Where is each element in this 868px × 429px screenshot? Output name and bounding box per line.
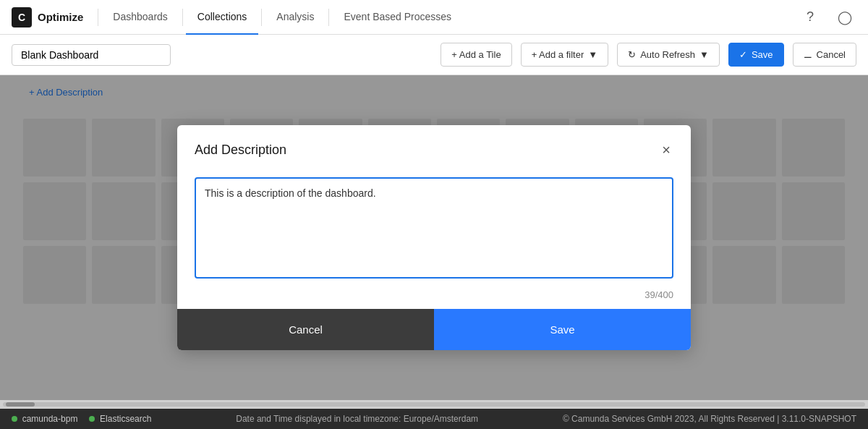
user-button[interactable]: ◯ bbox=[833, 6, 856, 29]
modal-overlay: Add Description × This is a description … bbox=[0, 75, 868, 400]
modal-close-button[interactable]: × bbox=[659, 140, 673, 160]
add-description-modal: Add Description × This is a description … bbox=[177, 125, 691, 350]
service1-status-dot bbox=[12, 416, 17, 422]
status-timezone: Date and Time displayed in local timezon… bbox=[163, 414, 550, 424]
toolbar: + Add a Tile + Add a filter ▼ ↻ Auto Ref… bbox=[0, 35, 868, 75]
app-logo[interactable]: C bbox=[12, 7, 32, 27]
nav-link-dashboards[interactable]: Dashboards bbox=[101, 0, 179, 35]
nav-divider-4 bbox=[328, 9, 329, 26]
dashboard-name-input[interactable] bbox=[12, 44, 171, 66]
modal-title: Add Description bbox=[195, 143, 286, 158]
modal-body: This is a description of the dashboard. bbox=[177, 171, 691, 284]
nav-link-event-based[interactable]: Event Based Processes bbox=[332, 0, 463, 35]
nav-links: Dashboards Collections Analysis Event Ba… bbox=[101, 0, 799, 35]
save-button[interactable]: ✓ Save bbox=[728, 43, 784, 67]
scroll-thumb[interactable] bbox=[6, 402, 35, 407]
status-bar: camunda-bpm Elasticsearch Date and Time … bbox=[0, 409, 868, 429]
char-count: 39/400 bbox=[177, 284, 691, 309]
refresh-icon: ↻ bbox=[628, 49, 636, 60]
scroll-track bbox=[3, 402, 865, 407]
app-brand: Optimize bbox=[38, 11, 83, 23]
nav-divider bbox=[98, 9, 98, 26]
modal-header: Add Description × bbox=[177, 125, 691, 171]
nav-divider-3 bbox=[261, 9, 262, 26]
check-icon: ✓ bbox=[739, 49, 747, 60]
service1-status: camunda-bpm bbox=[12, 414, 77, 424]
nav-right: ? ◯ bbox=[799, 6, 856, 29]
status-copyright: © Camunda Services GmbH 2023, All Rights… bbox=[563, 414, 856, 424]
add-tile-button[interactable]: + Add a Tile bbox=[441, 43, 511, 67]
modal-footer: Cancel Save bbox=[177, 309, 691, 350]
description-textarea[interactable]: This is a description of the dashboard. bbox=[195, 177, 673, 279]
service2-status: Elasticsearch bbox=[89, 414, 151, 424]
chevron-down-icon: ▼ bbox=[588, 49, 597, 60]
cancel-icon: ⚊ bbox=[804, 49, 812, 60]
nav-divider-2 bbox=[182, 9, 183, 26]
modal-cancel-button[interactable]: Cancel bbox=[177, 309, 434, 350]
top-nav: C Optimize Dashboards Collections Analys… bbox=[0, 0, 868, 35]
auto-refresh-button[interactable]: ↻ Auto Refresh ▼ bbox=[617, 43, 720, 67]
help-button[interactable]: ? bbox=[799, 6, 822, 29]
main-content: + Add Description bbox=[0, 75, 868, 400]
horizontal-scrollbar[interactable] bbox=[0, 400, 868, 409]
nav-link-collections[interactable]: Collections bbox=[186, 0, 258, 35]
service2-status-dot bbox=[89, 416, 95, 422]
add-filter-button[interactable]: + Add a filter ▼ bbox=[521, 43, 609, 67]
cancel-button[interactable]: ⚊ Cancel bbox=[793, 43, 856, 67]
modal-save-button[interactable]: Save bbox=[434, 309, 691, 350]
nav-link-analysis[interactable]: Analysis bbox=[265, 0, 326, 35]
chevron-down-icon-2: ▼ bbox=[699, 49, 709, 60]
